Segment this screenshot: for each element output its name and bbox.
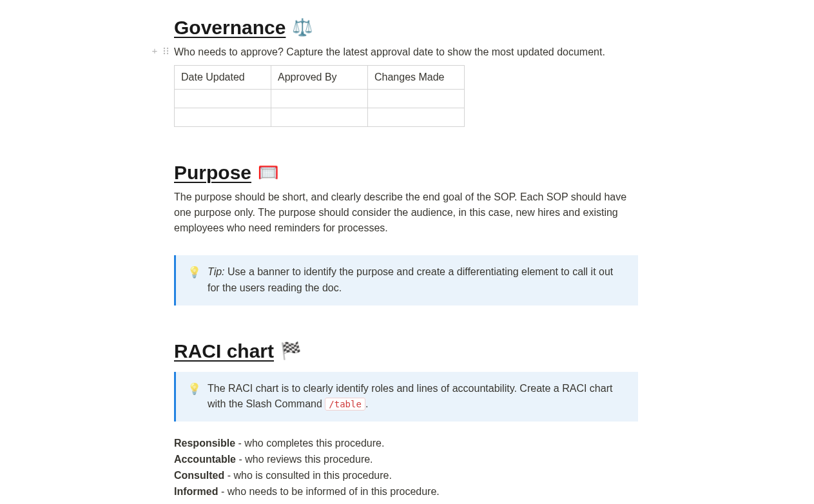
table-header-cell[interactable]: Date Updated [175, 66, 271, 90]
svg-point-5 [167, 53, 168, 54]
raci-term: Consulted [174, 470, 224, 481]
raci-term: Informed [174, 486, 218, 497]
raci-desc: - who completes this procedure. [235, 438, 384, 449]
raci-term: Accountable [174, 454, 236, 465]
lightbulb-icon: 💡 [188, 381, 201, 413]
purpose-body[interactable]: The purpose should be short, and clearly… [174, 189, 638, 236]
raci-callout-text-after: . [365, 398, 368, 409]
callout-body: Tip: Use a banner to identify the purpos… [208, 264, 626, 296]
table-cell[interactable] [368, 90, 465, 108]
raci-definition-list: Responsible - who completes this procedu… [174, 436, 638, 499]
table-row [175, 108, 465, 127]
table-header-cell[interactable]: Approved By [271, 66, 368, 90]
svg-point-1 [167, 48, 168, 49]
governance-title-text: Governance [174, 13, 286, 42]
raci-callout[interactable]: 💡 The RACI chart is to clearly identify … [174, 372, 638, 422]
governance-heading[interactable]: Governance ⚖️ [174, 13, 313, 42]
svg-point-4 [164, 53, 165, 54]
table-cell[interactable] [271, 108, 368, 127]
svg-point-0 [164, 48, 165, 49]
raci-title-text: RACI chart [174, 336, 274, 365]
table-cell[interactable] [175, 90, 271, 108]
raci-item-responsible[interactable]: Responsible - who completes this procedu… [174, 436, 638, 452]
purpose-tip-callout[interactable]: 💡 Tip: Use a banner to identify the purp… [174, 255, 638, 305]
table-header-row: Date Updated Approved By Changes Made [175, 66, 465, 90]
tip-label: Tip: [208, 266, 225, 277]
raci-item-informed[interactable]: Informed - who needs to be informed of i… [174, 484, 638, 500]
raci-item-accountable[interactable]: Accountable - who reviews this procedure… [174, 452, 638, 468]
governance-section: Governance ⚖️ + Who needs to approve? Ca… [174, 13, 638, 127]
raci-term: Responsible [174, 438, 235, 449]
table-cell[interactable] [368, 108, 465, 127]
table-row [175, 90, 465, 108]
governance-description[interactable]: Who needs to approve? Capture the latest… [174, 44, 638, 60]
add-block-icon[interactable]: + [150, 46, 160, 56]
raci-section: RACI chart 🏁 💡 The RACI chart is to clea… [174, 336, 638, 500]
table-header-cell[interactable]: Changes Made [368, 66, 465, 90]
scales-icon: ⚖️ [292, 15, 313, 40]
raci-desc: - who reviews this procedure. [236, 454, 373, 465]
raci-heading[interactable]: RACI chart 🏁 [174, 336, 301, 365]
callout-body: The RACI chart is to clearly identify ro… [208, 381, 626, 413]
slash-command-code: /table [325, 398, 365, 411]
raci-item-consulted[interactable]: Consulted - who is consulted in this pro… [174, 468, 638, 484]
lightbulb-icon: 💡 [188, 264, 201, 296]
purpose-section: Purpose 🥅 The purpose should be short, a… [174, 158, 638, 305]
raci-desc: - who needs to be informed of in this pr… [218, 486, 439, 497]
goal-net-icon: 🥅 [258, 160, 278, 185]
svg-point-3 [167, 50, 168, 52]
raci-desc: - who is consulted in this procedure. [224, 470, 392, 481]
raci-callout-text-before: The RACI chart is to clearly identify ro… [208, 383, 612, 410]
table-cell[interactable] [175, 108, 271, 127]
governance-description-block[interactable]: + Who needs to approve? Capture the late… [174, 44, 638, 60]
document-content: Governance ⚖️ + Who needs to approve? Ca… [174, 13, 638, 499]
purpose-heading[interactable]: Purpose 🥅 [174, 158, 278, 187]
drag-handle-icon[interactable] [161, 46, 171, 56]
checkered-flag-icon: 🏁 [280, 338, 301, 363]
table-cell[interactable] [271, 90, 368, 108]
block-handles: + [150, 46, 171, 56]
purpose-title-text: Purpose [174, 158, 251, 187]
tip-text: Use a banner to identify the purpose and… [208, 266, 613, 293]
svg-point-2 [164, 50, 165, 52]
document-page: Governance ⚖️ + Who needs to approve? Ca… [0, 0, 814, 504]
governance-table[interactable]: Date Updated Approved By Changes Made [174, 65, 465, 127]
